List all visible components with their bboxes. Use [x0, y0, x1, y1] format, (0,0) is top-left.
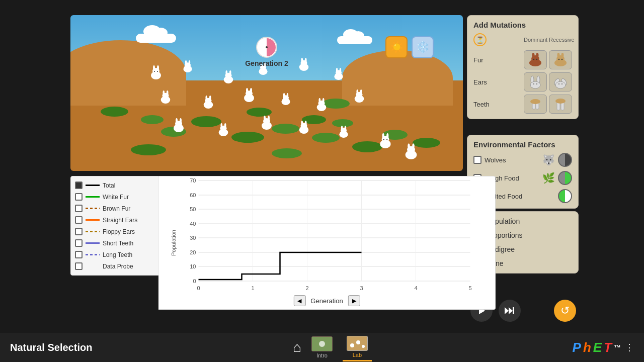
svg-point-56	[220, 123, 222, 128]
tough-food-icon: 🌿	[542, 172, 555, 184]
lab-tab-thumbnail	[347, 336, 368, 351]
svg-text:10: 10	[190, 263, 196, 269]
legend-white-fur: White Fur	[75, 193, 154, 201]
fur-dominant-button[interactable]	[524, 50, 547, 69]
svg-point-45	[323, 98, 325, 103]
svg-point-2	[153, 65, 155, 70]
svg-point-78	[408, 143, 410, 149]
svg-point-29	[167, 90, 169, 95]
intro-tab[interactable]: Intro	[307, 334, 337, 360]
svg-point-92	[558, 59, 559, 60]
legend-data-probe: Data Probe	[75, 262, 154, 270]
snow-button[interactable]: ❄️	[412, 36, 434, 58]
svg-point-90	[557, 53, 560, 58]
svg-point-40	[283, 93, 285, 98]
ears-recessive-button[interactable]	[549, 72, 572, 92]
fur-recessive-button[interactable]	[549, 50, 572, 69]
ears-dominant-button[interactable]	[524, 72, 547, 92]
svg-marker-111	[505, 307, 509, 314]
long-teeth-checkbox[interactable]	[75, 251, 83, 258]
svg-point-49	[360, 89, 362, 94]
y-axis-label: Population	[171, 230, 177, 256]
cloud-2	[337, 30, 372, 44]
svg-point-48	[356, 89, 358, 94]
short-teeth-label: Short Teeth	[103, 240, 133, 247]
reset-button[interactable]: ↺	[554, 300, 576, 322]
mutations-header: ⏳ Dominant Recessive	[473, 33, 572, 46]
svg-point-57	[224, 123, 226, 128]
svg-point-21	[305, 58, 307, 62]
svg-point-12	[225, 70, 227, 75]
svg-point-44	[318, 98, 320, 103]
generation-nav: ◀ Generation ▶	[293, 295, 360, 306]
rabbit	[337, 126, 350, 138]
gen-next-button[interactable]: ▶	[348, 295, 360, 306]
svg-text:60: 60	[190, 192, 196, 198]
lab-tab[interactable]: Lab	[343, 334, 372, 361]
svg-point-96	[530, 81, 540, 88]
rabbit	[297, 121, 311, 134]
wolves-checkbox[interactable]	[473, 156, 481, 164]
svg-point-93	[561, 59, 562, 60]
rabbit	[242, 88, 257, 102]
svg-text:4: 4	[414, 285, 417, 291]
svg-point-5	[157, 71, 158, 72]
rabbit	[181, 60, 194, 72]
sun-button[interactable]: ☀️	[385, 36, 408, 58]
svg-point-20	[301, 58, 303, 62]
data-probe-label: Data Probe	[103, 263, 133, 270]
svg-text:0: 0	[193, 278, 196, 284]
svg-point-74	[383, 139, 384, 140]
tough-food-toggle[interactable]	[558, 171, 572, 185]
recessive-label: Recessive	[549, 37, 572, 43]
svg-point-13	[229, 70, 231, 75]
data-probe-checkbox[interactable]	[75, 262, 83, 270]
generation-label-chart: Generation	[310, 297, 343, 305]
floppy-ears-checkbox[interactable]	[75, 228, 83, 235]
brown-fur-checkbox[interactable]	[75, 205, 83, 212]
fast-forward-button[interactable]	[499, 300, 521, 322]
short-teeth-checkbox[interactable]	[75, 239, 83, 247]
limited-food-toggle[interactable]	[558, 189, 572, 203]
rabbit	[216, 123, 230, 136]
floppy-ears-line	[86, 231, 100, 232]
svg-point-61	[268, 116, 270, 121]
svg-point-69	[345, 126, 346, 130]
timer-circle	[256, 36, 278, 58]
legend-short-teeth: Short Teeth	[75, 239, 154, 247]
bush	[272, 124, 299, 134]
svg-point-75	[386, 139, 387, 140]
total-checkbox[interactable]	[75, 182, 83, 189]
intro-tab-label: Intro	[316, 352, 328, 358]
gen-prev-button[interactable]: ◀	[293, 295, 305, 306]
teeth-dominant-button[interactable]	[524, 95, 547, 114]
svg-point-86	[533, 59, 534, 60]
teeth-recessive-button[interactable]	[549, 95, 572, 114]
svg-point-141	[319, 341, 325, 347]
rabbit	[221, 70, 235, 83]
rabbit	[297, 58, 311, 71]
hourglass-icon: ⏳	[473, 33, 487, 46]
svg-text:5: 5	[468, 285, 471, 291]
rabbit	[314, 98, 329, 111]
svg-point-37	[250, 88, 252, 93]
chart-svg: 0 10 20 30 40 50 60 70 0 1 2 3 4 5	[180, 180, 489, 291]
short-teeth-line	[86, 242, 100, 244]
svg-point-65	[305, 121, 307, 125]
svg-point-72	[382, 133, 384, 139]
svg-point-91	[561, 53, 564, 58]
svg-point-98	[536, 83, 537, 84]
svg-point-8	[185, 60, 187, 65]
svg-point-24	[336, 68, 338, 72]
legend-floppy-ears: Floppy Ears	[75, 228, 154, 235]
legend-panel: Total White Fur Brown Fur Straight Ears …	[70, 176, 158, 276]
white-fur-checkbox[interactable]	[75, 193, 83, 201]
home-button[interactable]: ⌂	[293, 339, 301, 355]
nav-tabs: ⌂ Intro Lab	[293, 334, 372, 361]
rabbit	[201, 96, 215, 109]
svg-point-79	[412, 143, 415, 149]
svg-text:2: 2	[305, 285, 308, 291]
svg-point-4	[154, 71, 155, 72]
wolves-toggle[interactable]	[558, 153, 572, 167]
straight-ears-checkbox[interactable]	[75, 216, 83, 224]
